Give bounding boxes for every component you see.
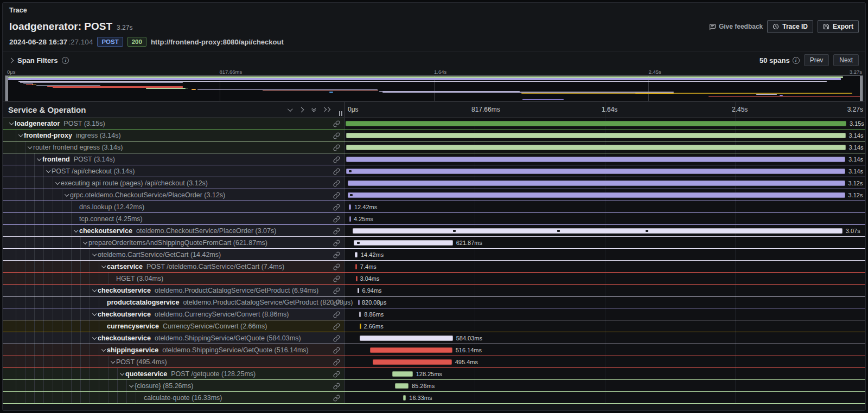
chevron-down-icon[interactable] (72, 229, 79, 233)
span-timeline-cell[interactable]: 820.08μs (344, 296, 865, 308)
span-bar[interactable] (348, 180, 845, 186)
span-name-cell[interactable]: executing api route (pages) /api/checkou… (3, 177, 344, 189)
span-timeline-cell[interactable]: 6.94ms (344, 285, 865, 296)
chevron-down-icon[interactable] (90, 337, 98, 340)
link-icon[interactable] (333, 346, 340, 356)
chevron-down-icon[interactable] (81, 241, 88, 244)
span-row[interactable]: shippingservice oteldemo.ShippingService… (3, 344, 865, 356)
span-bar[interactable] (348, 192, 845, 198)
span-timeline-cell[interactable]: 128.25ms (344, 368, 865, 379)
chevron-down-icon[interactable] (16, 134, 24, 137)
span-name-cell[interactable]: checkoutservice oteldemo.ProductCatalogS… (3, 285, 344, 296)
span-timeline-cell[interactable]: 3.14s (344, 130, 865, 141)
span-bar[interactable] (346, 133, 846, 138)
link-icon[interactable] (333, 215, 340, 225)
chevron-down-icon[interactable] (99, 349, 107, 352)
span-timeline-cell[interactable]: 12.42ms (344, 201, 865, 212)
link-icon[interactable] (333, 382, 340, 392)
link-icon[interactable] (333, 156, 340, 165)
span-name-cell[interactable]: shippingservice oteldemo.ShippingService… (3, 344, 344, 356)
link-icon[interactable] (333, 179, 340, 189)
span-bar[interactable] (360, 324, 361, 329)
link-icon[interactable] (333, 203, 340, 213)
span-bar[interactable] (346, 121, 846, 126)
span-bar[interactable] (346, 145, 846, 150)
give-feedback-link[interactable]: Give feedback (709, 23, 763, 30)
span-bar[interactable] (392, 371, 412, 377)
viewport-right-handle[interactable] (860, 76, 863, 101)
export-button[interactable]: Export (818, 20, 859, 33)
span-bar[interactable] (355, 252, 358, 257)
span-timeline-cell[interactable]: 516.14ms (344, 344, 865, 356)
chevron-down-icon[interactable] (90, 253, 98, 256)
span-bar[interactable] (370, 347, 452, 353)
span-timeline-cell[interactable]: 3.04ms (344, 273, 865, 284)
link-icon[interactable] (333, 322, 340, 332)
link-icon[interactable] (333, 358, 340, 368)
span-row[interactable]: POST (495.4ms) 495.4ms (3, 356, 865, 368)
span-timeline-cell[interactable]: 3.12s (344, 189, 865, 201)
link-icon[interactable] (333, 167, 340, 177)
span-name-cell[interactable]: grpc.oteldemo.CheckoutService/PlaceOrder… (3, 189, 344, 201)
chevron-down-icon[interactable] (44, 170, 52, 173)
span-row[interactable]: oteldemo.CartService/GetCart (14.42ms) 1… (3, 249, 865, 261)
chevron-down-icon[interactable] (7, 122, 15, 125)
span-row[interactable]: checkoutservice oteldemo.ShippingService… (3, 332, 865, 344)
span-timeline-cell[interactable]: 4.25ms (344, 213, 865, 224)
chevron-down-icon[interactable] (90, 289, 98, 292)
span-bar[interactable] (359, 312, 361, 317)
viewport-left-handle[interactable] (5, 76, 8, 101)
span-row[interactable]: cartservice POST /oteldemo.CartService/G… (3, 261, 865, 273)
link-icon[interactable] (333, 370, 340, 380)
link-icon[interactable] (333, 120, 340, 130)
span-row[interactable]: POST /api/checkout (3.14s) 3.14s (3, 165, 865, 177)
chevrons-right-icon[interactable] (323, 108, 330, 111)
span-timeline-cell[interactable]: 3.14s (344, 141, 865, 153)
span-row[interactable]: grpc.oteldemo.CheckoutService/PlaceOrder… (3, 189, 865, 201)
span-name-cell[interactable]: frontend-proxy ingress (3.14s) (3, 130, 344, 141)
span-row[interactable]: dns.lookup (12.42ms) 12.42ms (3, 201, 865, 213)
link-icon[interactable] (333, 275, 340, 285)
span-name-cell[interactable]: dns.lookup (12.42ms) (3, 201, 344, 212)
link-icon[interactable] (333, 144, 340, 153)
span-row[interactable]: frontend POST (3.14s) 3.14s (3, 153, 865, 165)
link-icon[interactable] (333, 299, 340, 308)
chevron-down-icon[interactable] (127, 384, 135, 388)
span-name-cell[interactable]: cartservice POST /oteldemo.CartService/G… (3, 261, 344, 272)
span-bar[interactable] (395, 383, 409, 389)
chevron-down-icon[interactable] (25, 146, 33, 149)
link-icon[interactable] (333, 227, 340, 237)
span-timeline-cell[interactable]: 495.4ms (344, 356, 865, 367)
chevron-right-icon[interactable] (299, 108, 303, 112)
span-row[interactable]: checkoutservice oteldemo.ProductCatalogS… (3, 285, 865, 296)
span-timeline-cell[interactable]: 3.07s (344, 225, 865, 236)
span-row[interactable]: checkoutservice oteldemo.CheckoutService… (3, 225, 865, 237)
span-timeline-cell[interactable]: 3.14s (344, 153, 865, 165)
span-row[interactable]: productcatalogservice oteldemo.ProductCa… (3, 296, 865, 308)
link-icon[interactable] (333, 191, 340, 201)
chevron-down-icon[interactable] (108, 360, 116, 364)
span-filters-toggle[interactable]: Span Filters i (9, 56, 69, 64)
span-bar[interactable] (349, 204, 351, 210)
span-name-cell[interactable]: currencyservice CurrencyService/Convert … (3, 320, 344, 332)
span-bar[interactable] (356, 276, 358, 281)
span-bar[interactable] (354, 240, 452, 246)
span-timeline-cell[interactable]: 16.33ms (344, 392, 865, 403)
span-name-cell[interactable]: frontend POST (3.14s) (3, 153, 344, 165)
span-bar[interactable] (349, 216, 351, 222)
span-name-cell[interactable]: loadgenerator POST (3.15s) (3, 118, 344, 129)
span-bar[interactable] (403, 395, 406, 401)
span-name-cell[interactable]: calculate-quote (16.33ms) (3, 392, 344, 403)
chevron-down-icon[interactable] (35, 158, 42, 161)
chevron-down-icon[interactable] (288, 108, 291, 112)
span-row[interactable]: checkoutservice oteldemo.CurrencyService… (3, 308, 865, 320)
span-name-cell[interactable]: {closure} (85.26ms) (3, 380, 344, 391)
chevron-down-icon[interactable] (118, 372, 125, 376)
chevron-down-icon[interactable] (62, 193, 70, 197)
span-row[interactable]: prepareOrderItemsAndShippingQuoteFromCar… (3, 237, 865, 249)
next-button[interactable]: Next (833, 54, 859, 66)
trace-id-button[interactable]: Trace ID (767, 20, 813, 33)
span-name-cell[interactable]: checkoutservice oteldemo.CheckoutService… (3, 225, 344, 236)
span-name-cell[interactable]: checkoutservice oteldemo.CurrencyService… (3, 308, 344, 320)
span-name-cell[interactable]: POST /api/checkout (3.14s) (3, 165, 344, 177)
